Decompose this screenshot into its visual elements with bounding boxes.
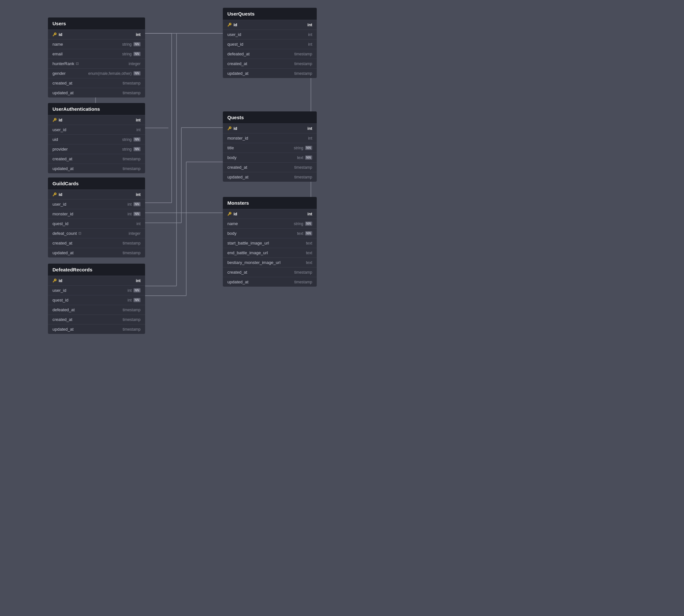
table-row: user_id int NN bbox=[48, 199, 145, 209]
defeated-records-header: DefeatedRecords bbox=[48, 264, 145, 276]
table-row: body text NN bbox=[223, 228, 317, 238]
table-row: 🔑 id int bbox=[48, 276, 145, 285]
key-icon: 🔑 bbox=[227, 126, 232, 131]
table-row: monster_id int bbox=[223, 133, 317, 143]
table-row: user_id int NN bbox=[48, 285, 145, 295]
table-row: name string NN bbox=[223, 219, 317, 228]
user-quests-header: UserQuests bbox=[223, 8, 317, 20]
table-row: created_at timestamp bbox=[48, 238, 145, 248]
users-table-header: Users bbox=[48, 18, 145, 29]
quests-table: Quests 🔑 id int monster_id int title str… bbox=[223, 111, 317, 182]
table-row: created_at timestamp bbox=[223, 267, 317, 277]
table-row: user_id int bbox=[223, 29, 317, 39]
default-icon: ⊡ bbox=[79, 231, 81, 236]
table-row: created_at timestamp bbox=[48, 78, 145, 88]
key-icon: 🔑 bbox=[52, 279, 57, 283]
guild-cards-table: GuildCards 🔑 id int user_id int NN monst… bbox=[48, 177, 145, 258]
key-icon: 🔑 bbox=[227, 212, 232, 216]
table-row: defeated_at timestamp bbox=[223, 49, 317, 59]
key-icon: 🔑 bbox=[52, 118, 57, 122]
user-authentications-table: UserAuthentications 🔑 id int user_id int… bbox=[48, 103, 145, 173]
table-row: created_at timestamp bbox=[223, 162, 317, 172]
table-row: email string NN bbox=[48, 49, 145, 59]
table-row: end_battle_image_url text bbox=[223, 248, 317, 258]
table-row: user_id int bbox=[48, 125, 145, 134]
defeated-records-table: DefeatedRecords 🔑 id int user_id int NN … bbox=[48, 264, 145, 334]
key-icon: 🔑 bbox=[52, 192, 57, 197]
table-row: name string NN bbox=[48, 39, 145, 49]
table-row: quest_id int NN bbox=[48, 295, 145, 305]
table-row: provider string NN bbox=[48, 144, 145, 154]
table-row: 🔑 id int bbox=[48, 190, 145, 199]
key-icon: 🔑 bbox=[52, 32, 57, 37]
table-row: gender enum(male,female,other) NN bbox=[48, 68, 145, 78]
table-row: updated_at timestamp bbox=[48, 248, 145, 258]
guild-cards-header: GuildCards bbox=[48, 177, 145, 190]
table-row: 🔑 id int bbox=[223, 20, 317, 29]
table-row: updated_at timestamp bbox=[48, 324, 145, 334]
user-authentications-header: UserAuthentications bbox=[48, 103, 145, 115]
table-row: 🔑 id int bbox=[223, 209, 317, 219]
table-row: 🔑 id int bbox=[48, 29, 145, 39]
table-row: defeated_at timestamp bbox=[48, 305, 145, 314]
table-row: updated_at timestamp bbox=[48, 163, 145, 173]
table-row: updated_at timestamp bbox=[223, 68, 317, 78]
table-row: created_at timestamp bbox=[223, 59, 317, 68]
table-row: defeat_count ⊡ integer bbox=[48, 228, 145, 238]
table-row: updated_at timestamp bbox=[223, 277, 317, 287]
table-row: monster_id int NN bbox=[48, 209, 145, 219]
table-row: created_at timestamp bbox=[48, 314, 145, 324]
default-icon: ⊡ bbox=[76, 62, 79, 66]
table-row: updated_at timestamp bbox=[48, 88, 145, 97]
table-row: updated_at timestamp bbox=[223, 172, 317, 182]
user-quests-table: UserQuests 🔑 id int user_id int quest_id… bbox=[223, 8, 317, 78]
quests-header: Quests bbox=[223, 111, 317, 124]
table-row: bestiary_monster_image_url text bbox=[223, 258, 317, 267]
table-row: created_at timestamp bbox=[48, 154, 145, 163]
key-icon: 🔑 bbox=[227, 23, 232, 27]
table-row: uid string NN bbox=[48, 134, 145, 144]
table-row: 🔑 id int bbox=[223, 124, 317, 133]
table-row: quest_id int bbox=[48, 219, 145, 228]
table-row: title string NN bbox=[223, 143, 317, 153]
monsters-header: Monsters bbox=[223, 197, 317, 209]
canvas: Users 🔑 id int name string NN email stri… bbox=[0, 0, 684, 616]
users-table: Users 🔑 id int name string NN email stri… bbox=[48, 18, 145, 97]
table-row: quest_id int bbox=[223, 39, 317, 49]
table-row: body text NN bbox=[223, 153, 317, 162]
monsters-table: Monsters 🔑 id int name string NN body te… bbox=[223, 197, 317, 287]
table-row: 🔑 id int bbox=[48, 115, 145, 125]
table-row: hunterRank ⊡ integer bbox=[48, 59, 145, 68]
table-row: start_battle_image_url text bbox=[223, 238, 317, 248]
